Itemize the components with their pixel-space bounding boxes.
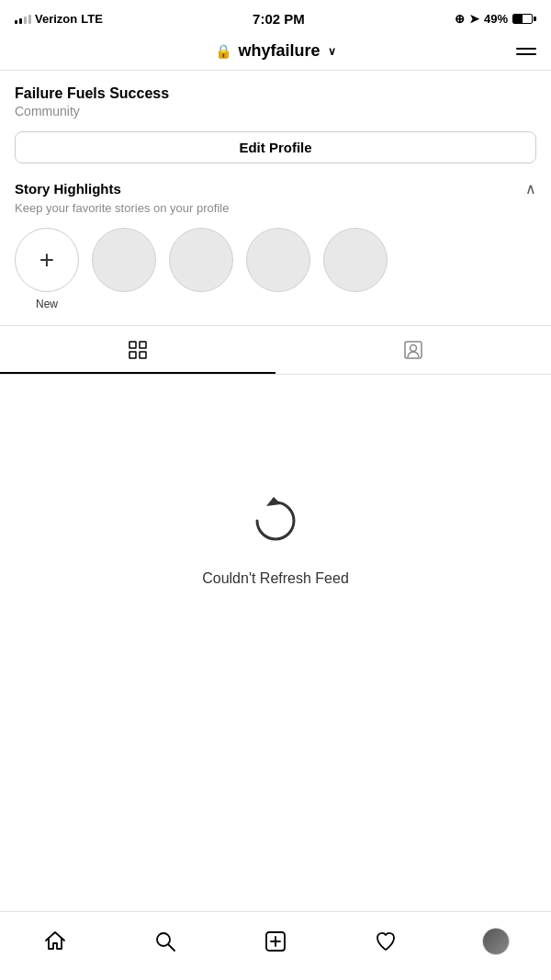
new-highlight-label: New <box>36 298 58 310</box>
highlight-placeholder-2[interactable] <box>169 228 233 310</box>
lock-icon: 🔒 <box>215 43 232 60</box>
gps-icon: ➤ <box>469 12 479 26</box>
nav-search[interactable] <box>145 921 186 962</box>
refresh-svg <box>248 493 303 548</box>
status-bar: Verizon LTE 7:02 PM ⊕ ➤ 49% <box>0 0 551 32</box>
heart-icon <box>374 929 398 953</box>
tab-grid[interactable] <box>0 326 276 374</box>
main-content: Couldn't Refresh Feed <box>0 375 551 650</box>
grid-icon <box>127 339 149 361</box>
svg-rect-0 <box>129 342 136 348</box>
nav-new-post[interactable] <box>255 921 296 962</box>
new-highlight-item[interactable]: + New <box>15 228 79 310</box>
status-carrier: Verizon LTE <box>15 12 103 26</box>
signal-icon <box>15 15 31 24</box>
battery-percent: 49% <box>484 12 508 26</box>
highlight-placeholder-3[interactable] <box>246 228 310 310</box>
network-label: LTE <box>81 12 103 26</box>
carrier-label: Verizon <box>35 12 77 26</box>
svg-line-8 <box>169 945 175 952</box>
menu-button[interactable] <box>516 48 536 55</box>
bottom-nav <box>0 911 551 980</box>
svg-rect-1 <box>140 342 146 348</box>
highlight-placeholder-4[interactable] <box>323 228 388 310</box>
chevron-down-icon: ∨ <box>328 45 336 58</box>
profile-name: Failure Fuels Success <box>15 85 536 102</box>
avatar-image <box>483 929 509 954</box>
svg-rect-2 <box>129 352 136 358</box>
highlight-circle-3[interactable] <box>246 228 310 292</box>
status-right: ⊕ ➤ 49% <box>455 12 536 26</box>
header-title[interactable]: 🔒 whyfailure ∨ <box>215 41 335 61</box>
edit-profile-button[interactable]: Edit Profile <box>15 131 536 163</box>
refresh-error-text: Couldn't Refresh Feed <box>202 570 349 587</box>
content-tabs <box>0 325 551 375</box>
new-highlight-circle[interactable]: + <box>15 228 79 292</box>
username-label: whyfailure <box>238 41 320 61</box>
highlights-row: + New <box>15 228 536 325</box>
highlight-circle-1[interactable] <box>92 228 156 292</box>
nav-home[interactable] <box>35 921 75 962</box>
highlight-placeholder-1[interactable] <box>92 228 156 310</box>
search-icon <box>153 929 177 953</box>
tab-tagged[interactable] <box>276 326 551 374</box>
plus-icon: + <box>39 245 54 275</box>
nav-profile[interactable] <box>476 921 516 962</box>
location-icon: ⊕ <box>455 12 465 26</box>
nav-likes[interactable] <box>365 921 406 962</box>
story-highlights-title: Story Highlights <box>15 181 121 197</box>
new-post-icon <box>264 929 287 953</box>
highlight-circle-4[interactable] <box>323 228 388 292</box>
refresh-icon <box>248 493 303 552</box>
story-highlights-subtitle: Keep your favorite stories on your profi… <box>15 201 536 215</box>
home-icon <box>43 929 67 953</box>
highlight-circle-2[interactable] <box>169 228 233 292</box>
profile-avatar[interactable] <box>482 928 510 955</box>
header: 🔒 whyfailure ∨ <box>0 32 551 71</box>
tagged-icon <box>402 339 424 361</box>
svg-point-5 <box>410 345 417 352</box>
story-highlights-header: Story Highlights ∧ <box>15 180 536 197</box>
status-time: 7:02 PM <box>253 11 305 27</box>
svg-rect-3 <box>140 352 146 358</box>
battery-icon <box>512 14 536 24</box>
profile-section: Failure Fuels Success Community Edit Pro… <box>0 71 551 325</box>
story-highlights-toggle[interactable]: ∧ <box>525 180 536 197</box>
profile-type: Community <box>15 104 536 118</box>
